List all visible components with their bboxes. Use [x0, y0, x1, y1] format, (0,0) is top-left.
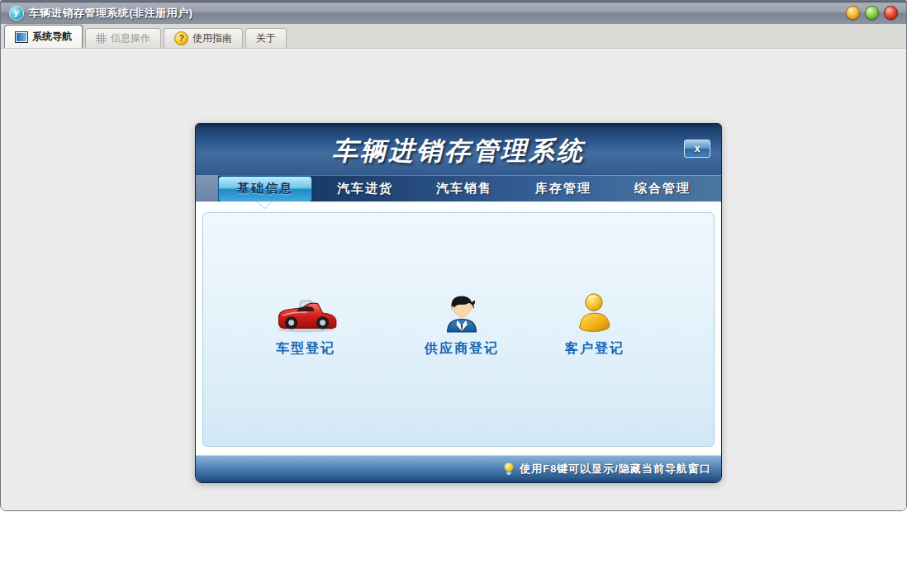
- grid-icon: [96, 33, 107, 44]
- tab-system-navigation[interactable]: 系统导航: [4, 25, 83, 48]
- titlebar: y 车辆进销存管理系统(非注册用户): [1, 1, 906, 24]
- dialog-close-button[interactable]: x: [684, 140, 710, 158]
- window-controls: [846, 6, 898, 20]
- tab-user-guide[interactable]: ? 使用指南: [164, 28, 243, 48]
- dialog-tab-inventory[interactable]: 库存管理: [517, 175, 610, 202]
- dialog-tab-bar: 基础信息 汽车进货 汽车销售 库存管理 综合管理: [196, 175, 721, 202]
- window-close-button[interactable]: [884, 6, 898, 20]
- dialog-status-bar: 使用F8键可以显示/隐藏当前导航窗口: [196, 455, 721, 482]
- dialog-tab-car-sales[interactable]: 汽车销售: [418, 175, 510, 202]
- shortcut-label: 供应商登记: [404, 340, 520, 358]
- supplier-person-icon: [404, 284, 520, 334]
- tab-label: 信息操作: [111, 31, 150, 45]
- navigator-dialog: 车辆进销存管理系统 x 基础信息 汽车进货 汽车销售 库存管理 综合管理: [195, 123, 722, 483]
- tab-label: 关于: [256, 31, 276, 45]
- shortcut-customer-registration[interactable]: 客户登记: [537, 284, 653, 358]
- window-minimize-button[interactable]: [846, 6, 860, 20]
- dialog-tab-general-mgmt[interactable]: 综合管理: [616, 175, 709, 202]
- top-tabstrip: 系统导航 信息操作 ? 使用指南 关于: [1, 24, 906, 49]
- shortcut-vehicle-model-registration[interactable]: 车型登记: [248, 284, 363, 358]
- dialog-title: 车辆进销存管理系统: [196, 134, 721, 168]
- status-hint-text: 使用F8键可以显示/隐藏当前导航窗口: [520, 462, 711, 477]
- content-panel: 车型登记: [202, 212, 715, 447]
- lightbulb-icon: [503, 462, 515, 477]
- desktop-area: 车辆进销存管理系统 x 基础信息 汽车进货 汽车销售 库存管理 综合管理: [1, 49, 906, 510]
- gold-customer-icon: [537, 284, 653, 334]
- tab-info-operations[interactable]: 信息操作: [85, 28, 161, 48]
- tab-bar-corner: [196, 175, 218, 202]
- dialog-tab-car-purchase[interactable]: 汽车进货: [319, 175, 411, 202]
- tab-label: 使用指南: [192, 31, 232, 45]
- dialog-body: 车型登记: [196, 202, 721, 455]
- app-window: y 车辆进销存管理系统(非注册用户) 系统导航 信息操作 ? 使用指南 关于: [0, 0, 907, 511]
- dialog-header: 车辆进销存管理系统 x: [196, 124, 721, 175]
- shortcut-label: 车型登记: [248, 340, 363, 358]
- app-logo-icon: y: [9, 6, 24, 21]
- shortcut-supplier-registration[interactable]: 供应商登记: [404, 284, 520, 358]
- dialog-tab-basic-info[interactable]: 基础信息: [218, 176, 312, 202]
- help-coin-icon: ?: [174, 31, 188, 45]
- tab-label: 系统导航: [32, 30, 72, 44]
- shortcut-label: 客户登记: [537, 340, 653, 358]
- window-title: 车辆进销存管理系统(非注册用户): [29, 6, 193, 21]
- tab-about[interactable]: 关于: [245, 28, 287, 48]
- red-car-icon: [248, 284, 363, 334]
- selected-tab-pointer-fill: [257, 202, 272, 208]
- navigator-window-icon: [15, 31, 28, 43]
- window-maximize-button[interactable]: [865, 6, 879, 20]
